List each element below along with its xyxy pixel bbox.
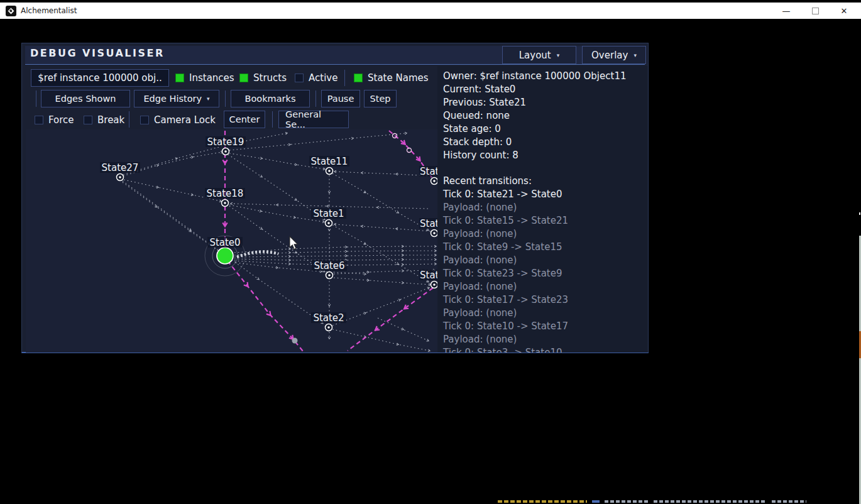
checkbox-state-names[interactable]: State Names	[354, 72, 429, 84]
info-line: Owner: $ref instance 100000 Object11	[443, 70, 648, 83]
window-title: Alchementalist	[21, 6, 77, 15]
general-settings-button[interactable]: General Se...	[278, 111, 349, 128]
graph-edge	[332, 225, 428, 282]
edge-dot	[292, 338, 298, 344]
graph-edge	[229, 133, 406, 150]
node-label: State27	[102, 162, 139, 173]
transition-entry: Tick 0: State9 -> State15	[443, 241, 648, 254]
node-label: State18	[207, 188, 244, 199]
edge-history-dropdown[interactable]: Edge History ▾	[134, 90, 219, 107]
chevron-down-icon: ▾	[557, 52, 560, 58]
transition-entry: Tick 0: State15 -> State21	[443, 214, 648, 227]
graph-edge	[229, 206, 324, 271]
node-label: State0	[209, 237, 240, 248]
divider	[225, 90, 226, 107]
checkbox-box	[140, 116, 149, 124]
info-line: State age: 0	[443, 123, 648, 136]
info-line: History count: 8	[443, 149, 648, 162]
graph-node-State1[interactable]: State1	[311, 208, 346, 227]
node-label: Stat	[420, 166, 437, 177]
node-label: State1	[313, 208, 344, 219]
graph-edge	[234, 255, 436, 257]
screen-edge-speck	[859, 212, 860, 215]
graph-node-State6[interactable]: State6	[312, 260, 347, 279]
bookmarks-button[interactable]: Bookmarks	[231, 90, 310, 107]
app-icon	[6, 6, 16, 16]
panel-title: DEBUG VISUALISER	[30, 47, 165, 59]
transition-entry: Payload: (none)	[443, 227, 648, 241]
layout-dropdown[interactable]: Layout ▾	[502, 46, 576, 64]
active-state-node[interactable]	[217, 248, 233, 264]
transition-entry: Payload: (none)	[443, 280, 648, 293]
checkbox-break[interactable]: Break	[84, 114, 124, 126]
chevron-down-icon: ▾	[207, 96, 210, 102]
graph-node-State27[interactable]: State27	[100, 162, 140, 181]
checkbox-camera-lock[interactable]: Camera Lock	[140, 114, 216, 126]
graph-edge	[335, 224, 430, 231]
ref-instance-button[interactable]: $ref instance 100000 obj..	[31, 69, 169, 87]
overlay-dropdown[interactable]: Overlay ▾	[582, 46, 646, 64]
transition-entry: Payload: (none)	[443, 254, 648, 267]
history-edge	[348, 288, 433, 351]
transition-entry: Tick 0: State10 -> State17	[443, 320, 648, 333]
checkbox-box	[354, 74, 363, 82]
graph-edge	[334, 278, 430, 285]
os-titlebar: Alchementalist — ✕	[0, 3, 861, 19]
debug-visualiser-panel: DEBUG VISUALISER Layout ▾ Overlay ▾ $ref…	[21, 43, 649, 353]
transition-entry: Tick 0: State23 -> State9	[443, 267, 648, 280]
edges-shown-button[interactable]: Edges Shown	[41, 90, 130, 107]
history-edge	[228, 261, 304, 352]
transition-entry: Tick 0: State3 -> State10	[443, 346, 648, 353]
pause-button[interactable]: Pause	[321, 90, 360, 107]
graph-edge	[332, 173, 428, 230]
node-label: State19	[207, 136, 244, 148]
transition-entry: Payload: (none)	[443, 333, 648, 346]
center-button[interactable]: Center	[224, 111, 265, 128]
info-line: Previous: State21	[443, 96, 648, 109]
transition-entry: Payload: (none)	[443, 201, 648, 214]
graph-node-State2[interactable]: State2	[311, 312, 346, 331]
state-graph-canvas[interactable]: State19State27State18State11State1State0…	[26, 129, 437, 353]
graph-node-StateR3[interactable]: State	[419, 270, 437, 288]
mouse-cursor	[289, 236, 302, 250]
node-label: Stat	[420, 218, 437, 229]
checkbox-active[interactable]: Active	[295, 72, 337, 84]
checkbox-force[interactable]: Force	[35, 114, 74, 126]
info-line: Current: State0	[443, 83, 648, 96]
divider	[36, 90, 36, 107]
divider	[344, 70, 345, 86]
close-button[interactable]: ✕	[830, 3, 858, 19]
node-label: State2	[313, 312, 344, 324]
checkbox-box	[239, 74, 248, 82]
graph-node-State18[interactable]: State18	[205, 188, 245, 207]
clipped-debug-overlay	[498, 500, 806, 504]
divider	[129, 111, 129, 128]
graph-edge	[332, 329, 429, 351]
graph-edge	[332, 288, 429, 326]
info-line: Stack depth: 0	[443, 136, 648, 149]
graph-node-State0[interactable]: State0	[205, 236, 245, 276]
node-label: State11	[311, 156, 348, 167]
transition-entry: Tick 0: State21 -> State0	[443, 188, 648, 201]
maximize-button[interactable]	[801, 3, 830, 19]
graph-edge	[335, 172, 431, 176]
checkbox-box	[84, 116, 92, 124]
graph-edge	[229, 205, 324, 222]
state-info-panel: Owner: $ref instance 100000 Object11Curr…	[437, 66, 648, 353]
node-label: State	[420, 270, 437, 281]
checkbox-instances[interactable]: Instances	[175, 72, 234, 84]
divider	[272, 111, 273, 128]
graph-node-State19[interactable]: State19	[206, 136, 246, 155]
transition-entry: Tick 0: State17 -> State23	[443, 293, 648, 307]
graph-node-StateR1[interactable]: Stat	[419, 166, 437, 185]
checkbox-structs[interactable]: Structs	[239, 72, 287, 84]
transition-entry: Payload: (none)	[443, 307, 648, 320]
transitions-header: Recent transitions:	[443, 175, 648, 188]
step-button[interactable]: Step	[364, 90, 397, 107]
maximize-icon	[812, 8, 819, 14]
minimize-button[interactable]: —	[772, 3, 801, 19]
graph-node-StateR2[interactable]: Stat	[419, 218, 437, 237]
checkbox-box	[295, 74, 304, 82]
checkbox-box	[35, 116, 43, 124]
chevron-down-icon: ▾	[633, 52, 637, 58]
